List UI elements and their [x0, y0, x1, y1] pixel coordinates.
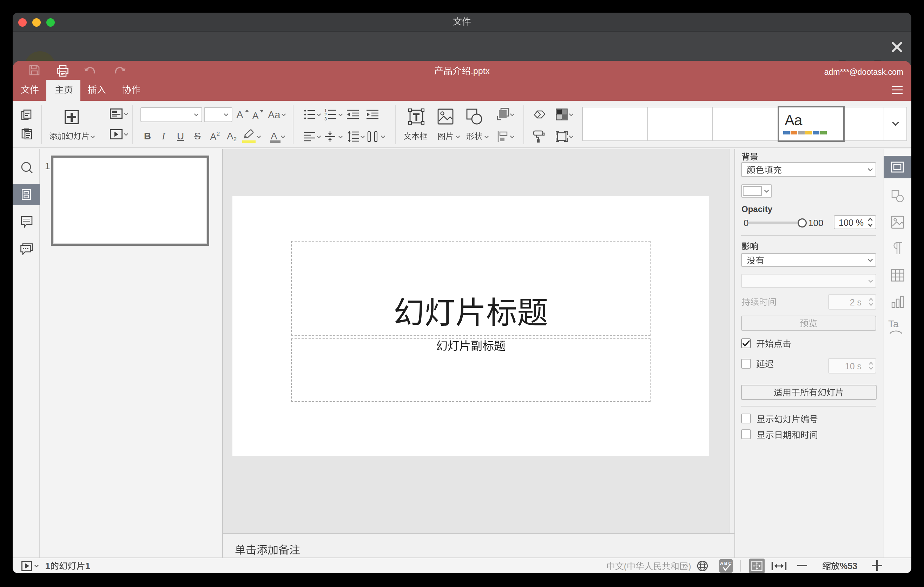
svg-text:3: 3	[324, 117, 327, 120]
svg-text:ABC: ABC	[720, 561, 732, 566]
